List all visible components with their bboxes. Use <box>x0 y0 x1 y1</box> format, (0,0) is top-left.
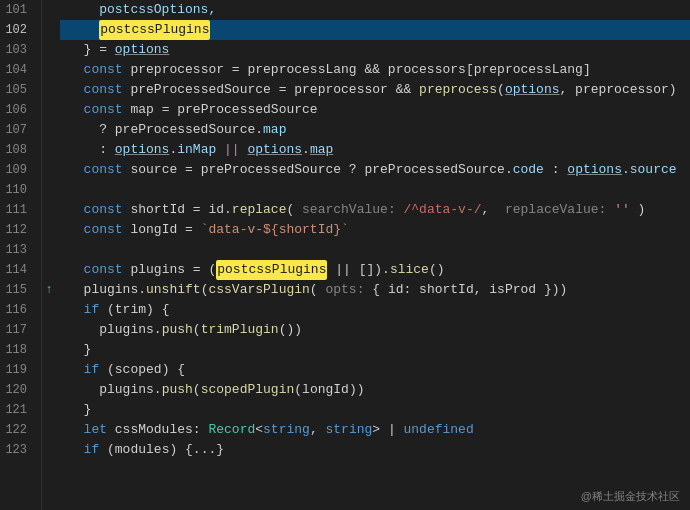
gutter-cell <box>42 420 56 440</box>
gutter: ↑ <box>42 0 60 510</box>
line-number: 122 <box>0 420 33 440</box>
line-number: 115 <box>0 280 33 300</box>
gutter-cell <box>42 400 56 420</box>
gutter-cell <box>42 60 56 80</box>
gutter-cell <box>42 440 56 460</box>
gutter-cell <box>42 380 56 400</box>
code-line <box>60 180 690 200</box>
code-line: plugins.push(scopedPlugin(longId)) <box>60 380 690 400</box>
gutter-cell <box>42 80 56 100</box>
gutter-cell <box>42 240 56 260</box>
gutter-cell <box>42 300 56 320</box>
line-number: 123 <box>0 440 33 460</box>
code-line: const longId = `data-v-${shortId}` <box>60 220 690 240</box>
line-numbers: 1011021031041051061071081091101111121131… <box>0 0 42 510</box>
line-number: 114 <box>0 260 33 280</box>
line-number: 107 <box>0 120 33 140</box>
line-number: 101 <box>0 0 33 20</box>
gutter-cell <box>42 180 56 200</box>
gutter-cell <box>42 100 56 120</box>
line-number: 120 <box>0 380 33 400</box>
gutter-cell <box>42 120 56 140</box>
code-line: postcssPlugins <box>60 20 690 40</box>
gutter-cell <box>42 220 56 240</box>
code-line: const source = preProcessedSource ? preP… <box>60 160 690 180</box>
line-number: 112 <box>0 220 33 240</box>
code-line: let cssModules: Record<string, string> |… <box>60 420 690 440</box>
code-line: ? preProcessedSource.map <box>60 120 690 140</box>
line-number: 118 <box>0 340 33 360</box>
line-number: 109 <box>0 160 33 180</box>
line-number: 113 <box>0 240 33 260</box>
code-line: const map = preProcessedSource <box>60 100 690 120</box>
line-number: 105 <box>0 80 33 100</box>
line-number: 117 <box>0 320 33 340</box>
code-line: if (modules) {...} <box>60 440 690 460</box>
code-line: const preProcessedSource = preprocessor … <box>60 80 690 100</box>
gutter-cell <box>42 320 56 340</box>
code-line: if (scoped) { <box>60 360 690 380</box>
line-number: 110 <box>0 180 33 200</box>
code-line: if (trim) { <box>60 300 690 320</box>
code-editor: 1011021031041051061071081091101111121131… <box>0 0 690 510</box>
line-number: 116 <box>0 300 33 320</box>
code-line <box>60 240 690 260</box>
code-line: postcssOptions, <box>60 0 690 20</box>
line-number: 108 <box>0 140 33 160</box>
gutter-cell <box>42 260 56 280</box>
gutter-cell <box>42 140 56 160</box>
watermark: @稀土掘金技术社区 <box>581 489 680 504</box>
code-line: } <box>60 400 690 420</box>
gutter-cell <box>42 360 56 380</box>
line-number: 121 <box>0 400 33 420</box>
code-line: plugins.push(trimPlugin()) <box>60 320 690 340</box>
gutter-cell <box>42 0 56 20</box>
line-number: 103 <box>0 40 33 60</box>
code-line: const shortId = id.replace( searchValue:… <box>60 200 690 220</box>
code-lines: postcssOptions, postcssPlugins } = optio… <box>60 0 690 510</box>
line-number: 119 <box>0 360 33 380</box>
gutter-cell <box>42 160 56 180</box>
gutter-cell <box>42 40 56 60</box>
code-area: 1011021031041051061071081091101111121131… <box>0 0 690 510</box>
line-number: 104 <box>0 60 33 80</box>
gutter-cell <box>42 20 56 40</box>
code-line: } = options <box>60 40 690 60</box>
code-line: } <box>60 340 690 360</box>
gutter-cell: ↑ <box>42 280 56 300</box>
line-number: 102 <box>0 20 33 40</box>
gutter-cell <box>42 200 56 220</box>
code-line: : options.inMap || options.map <box>60 140 690 160</box>
line-number: 106 <box>0 100 33 120</box>
code-line: const preprocessor = preprocessLang && p… <box>60 60 690 80</box>
line-number: 111 <box>0 200 33 220</box>
code-line: plugins.unshift(cssVarsPlugin( opts: { i… <box>60 280 690 300</box>
gutter-cell <box>42 340 56 360</box>
code-line: const plugins = (postcssPlugins || []).s… <box>60 260 690 280</box>
